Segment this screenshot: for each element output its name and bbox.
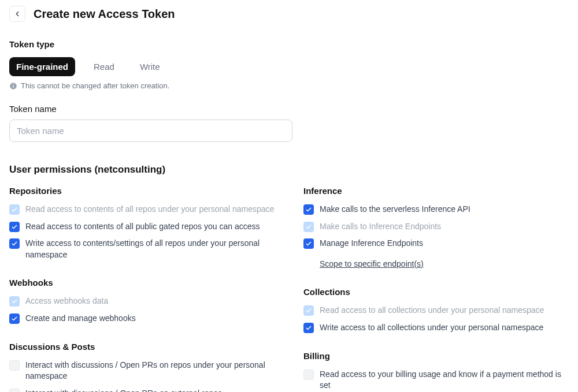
checkbox-unchecked-icon <box>9 389 20 392</box>
checkbox-checked-disabled-icon <box>303 222 314 232</box>
checkbox-checked-icon <box>303 238 314 249</box>
perm-inference-manage[interactable]: Manage Inference Endpoints <box>303 238 569 249</box>
perm-label: Interact with discussions / Open PRs on … <box>25 360 275 382</box>
tab-write[interactable]: Write <box>133 57 167 76</box>
perm-label: Write access to contents/settings of all… <box>25 238 275 260</box>
perm-webhooks-access[interactable]: Access webhooks data <box>9 296 275 307</box>
perm-inference-serverless[interactable]: Make calls to the serverless Inference A… <box>303 204 569 215</box>
svg-rect-1 <box>13 85 13 88</box>
perm-label: Read access to your billing usage and kn… <box>320 369 569 391</box>
perm-label: Make calls to the serverless Inference A… <box>320 204 470 215</box>
group-inference: Inference Make calls to the serverless I… <box>303 185 569 270</box>
perm-discussions-personal[interactable]: Interact with discussions / Open PRs on … <box>9 360 275 382</box>
checkbox-checked-disabled-icon <box>303 305 314 316</box>
chevron-left-icon <box>13 10 21 18</box>
perm-discussions-external[interactable]: Interact with discussions / Open PRs on … <box>9 388 275 392</box>
perm-label: Interact with discussions / Open PRs on … <box>25 388 222 392</box>
checkbox-unchecked-icon <box>9 360 20 371</box>
back-button[interactable] <box>9 6 25 22</box>
info-icon <box>9 82 17 90</box>
token-name-label: Token name <box>9 103 569 115</box>
group-discussions: Discussions & Posts Interact with discus… <box>9 341 275 392</box>
scope-endpoints-link[interactable]: Scope to specific endpoint(s) <box>320 259 424 270</box>
svg-rect-2 <box>13 84 13 85</box>
group-title-billing: Billing <box>303 350 569 362</box>
group-webhooks: Webhooks Access webhooks data Create and… <box>9 277 275 324</box>
tab-fine-grained[interactable]: Fine-grained <box>9 57 75 76</box>
checkbox-checked-icon <box>303 204 314 215</box>
perm-webhooks-manage[interactable]: Create and manage webhooks <box>9 313 275 324</box>
perm-collections-write[interactable]: Write access to all collections under yo… <box>303 322 569 334</box>
user-permissions-title: User permissions (netconsulting) <box>9 163 569 177</box>
perm-repo-read-personal[interactable]: Read access to contents of all repos und… <box>9 204 275 215</box>
checkbox-checked-icon <box>303 323 314 333</box>
token-type-label: Token type <box>9 38 569 50</box>
group-billing: Billing Read access to your billing usag… <box>303 350 569 391</box>
checkbox-checked-icon <box>9 238 20 249</box>
perm-label: Read access to contents of all public ga… <box>25 221 260 233</box>
checkbox-checked-icon <box>9 313 20 324</box>
token-type-hint: This cannot be changed after token creat… <box>9 81 569 91</box>
group-collections: Collections Read access to all collectio… <box>303 286 569 333</box>
token-name-input[interactable] <box>9 120 292 142</box>
checkbox-checked-disabled-icon <box>9 204 20 215</box>
perm-label: Read access to all collections under you… <box>320 305 544 316</box>
perm-repo-write-personal[interactable]: Write access to contents/settings of all… <box>9 238 275 260</box>
token-type-tabs: Fine-grained Read Write <box>9 57 569 76</box>
tab-read[interactable]: Read <box>87 57 121 76</box>
group-title-discussions: Discussions & Posts <box>9 341 275 353</box>
perm-label: Manage Inference Endpoints <box>320 238 423 249</box>
perm-label: Make calls to Inference Endpoints <box>320 221 441 233</box>
checkbox-checked-disabled-icon <box>9 296 20 307</box>
group-title-webhooks: Webhooks <box>9 277 275 289</box>
perm-label: Access webhooks data <box>25 296 108 307</box>
group-title-inference: Inference <box>303 185 569 197</box>
group-title-repositories: Repositories <box>9 185 275 197</box>
perm-label: Write access to all collections under yo… <box>320 322 543 334</box>
perm-inference-endpoints[interactable]: Make calls to Inference Endpoints <box>303 221 569 233</box>
perm-repo-read-public-gated[interactable]: Read access to contents of all public ga… <box>9 221 275 233</box>
perm-billing-read[interactable]: Read access to your billing usage and kn… <box>303 369 569 391</box>
perm-collections-read[interactable]: Read access to all collections under you… <box>303 305 569 316</box>
perm-label: Read access to contents of all repos und… <box>25 204 274 215</box>
group-title-collections: Collections <box>303 286 569 298</box>
checkbox-checked-icon <box>9 222 20 232</box>
perm-label: Create and manage webhooks <box>25 313 136 324</box>
page-title: Create new Access Token <box>34 6 175 22</box>
group-repositories: Repositories Read access to contents of … <box>9 185 275 260</box>
checkbox-unchecked-icon <box>303 369 314 380</box>
